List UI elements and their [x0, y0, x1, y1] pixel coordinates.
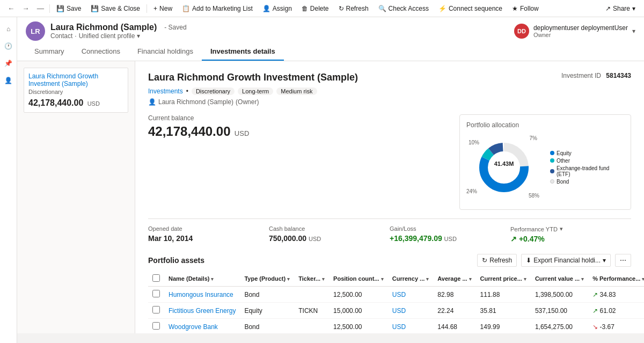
app-layout: ⌂ 🕐 📌 👤 LR Laura Richmond (Sample) - Sav…: [0, 17, 644, 343]
delete-button[interactable]: 🗑 Delete: [297, 3, 333, 14]
row-checkbox-1[interactable]: [152, 306, 160, 313]
nav-tabs: Summary Connections Financial holdings I…: [26, 43, 635, 61]
connect-sequence-button[interactable]: ⚡ Connect sequence: [434, 3, 507, 14]
chart-title: Portfolio allocation: [466, 121, 624, 129]
col-type[interactable]: Type (Product) ▾: [240, 271, 294, 287]
investment-owner: 👤 Laura Richmond (Sample) (Owner): [148, 98, 631, 106]
minimize-button[interactable]: —: [34, 2, 47, 14]
select-all-checkbox[interactable]: [152, 274, 160, 282]
header-user: DD deploymentuser deploymentUser Owner ▾: [514, 24, 635, 39]
performance-ytd-metric: Performance YTD ▾ ↗ +0.47%: [510, 225, 631, 243]
more-icon: ⋯: [620, 257, 626, 264]
investment-id-section: Investment ID 5814343: [561, 72, 631, 79]
cash-balance-metric: Cash balance 750,000.00 USD: [269, 225, 390, 243]
nav-pin-icon[interactable]: 📌: [1, 56, 16, 71]
tab-connections[interactable]: Connections: [73, 43, 129, 61]
mediumrisk-tag: Medium risk: [276, 87, 317, 95]
discretionary-tag: Discretionary: [192, 87, 235, 95]
col-position-count[interactable]: Position count... ▾: [329, 271, 388, 287]
tab-summary[interactable]: Summary: [26, 43, 73, 61]
equity-dot: [550, 151, 554, 155]
etf-dot: [550, 169, 554, 173]
balance-amount: 42,178,440.00: [148, 124, 230, 138]
down-arrow-icon: ↘: [592, 323, 598, 331]
select-all-header: [148, 271, 164, 287]
sidebar-amount: 42,178,440.00 USD: [28, 98, 123, 108]
follow-button[interactable]: ★ Follow: [508, 3, 543, 14]
tab-financial-holdings[interactable]: Financial holdings: [129, 43, 202, 61]
balance-amount-row: 42,178,440.00 USD: [148, 124, 438, 139]
cell-performance-1: ↗ 61.02: [588, 303, 644, 319]
col-current-value[interactable]: Current value ... ▾: [531, 271, 588, 287]
export-button[interactable]: ⬇ Export Financial holdi... ▾: [521, 254, 611, 267]
col-ticker[interactable]: Ticker... ▾: [294, 271, 329, 287]
save-close-icon: 💾: [91, 5, 99, 12]
col-average[interactable]: Average ... ▾: [433, 271, 475, 287]
export-icon: ⬇: [526, 257, 531, 264]
cell-performance-2: ↘ -3.67: [588, 319, 644, 334]
donut-with-labels: 7% 10% 24% 58%: [466, 133, 541, 203]
col-performance[interactable]: % Performance... ▾: [588, 271, 644, 287]
portfolio-tbody: Humongous Insurance Bond 12,500.00 USD 8…: [148, 287, 644, 334]
cell-position-count-2: 12,500.00: [329, 319, 388, 334]
saved-status: - Saved: [164, 24, 186, 31]
cell-currency-1: USD: [388, 303, 434, 319]
nav-person-icon[interactable]: 👤: [1, 73, 16, 88]
investments-link[interactable]: Investments: [148, 87, 183, 95]
row-checkbox-0[interactable]: [152, 290, 160, 297]
more-button[interactable]: ⋯: [615, 254, 631, 267]
bond-dot: [550, 179, 554, 184]
longterm-tag: Long-term: [238, 87, 273, 95]
back-button[interactable]: ←: [4, 2, 18, 14]
save-button[interactable]: 💾 Save: [52, 3, 85, 14]
main-content: Laura Richmond Growth Investment (Sample…: [17, 61, 644, 333]
toolbar-right: ↗ Share ▾: [601, 3, 640, 14]
row-checkbox-2[interactable]: [152, 322, 160, 330]
share-button[interactable]: ↗ Share ▾: [601, 3, 640, 14]
user-chevron-icon[interactable]: ▾: [632, 27, 635, 35]
cell-current-price-1: 35.81: [476, 303, 531, 319]
col-name[interactable]: Name (Details) ▾: [164, 271, 240, 287]
delete-icon: 🗑: [302, 5, 308, 12]
left-nav: ⌂ 🕐 📌 👤: [0, 17, 17, 343]
add-marketing-button[interactable]: 📋 Add to Marketing List: [178, 3, 257, 14]
chart-area: 7% 10% 24% 58%: [466, 133, 624, 203]
cell-ticker-2: [294, 319, 329, 334]
header-info: Laura Richmond (Sample) - Saved Contact …: [50, 23, 187, 40]
toolbar-divider-2: [147, 4, 147, 13]
col-current-price[interactable]: Current price... ▾: [476, 271, 531, 287]
nav-recent-icon[interactable]: 🕐: [1, 39, 16, 54]
check-access-button[interactable]: 🔍 Check Access: [374, 3, 433, 14]
refresh-button[interactable]: ↻ Refresh: [334, 3, 373, 14]
header-top: LR Laura Richmond (Sample) - Saved Conta…: [26, 21, 635, 41]
legend-equity: Equity: [550, 150, 624, 156]
cell-ticker-1: TICKN: [294, 303, 329, 319]
cell-type-1: Equity: [240, 303, 294, 319]
nav-home-icon[interactable]: ⌂: [1, 21, 16, 37]
cell-current-value-0: 1,398,500.00: [531, 287, 588, 303]
up-arrow-icon: ↗: [592, 307, 598, 315]
cell-average-1: 22.24: [433, 303, 475, 319]
forward-button[interactable]: →: [19, 2, 32, 14]
portfolio-refresh-button[interactable]: ↻ Refresh: [477, 254, 517, 267]
balance-section: Current balance 42,178,440.00 USD: [148, 114, 438, 139]
contact-header: LR Laura Richmond (Sample) - Saved Conta…: [17, 17, 644, 61]
col-name-caret: ▾: [211, 276, 214, 282]
table-header-row: Name (Details) ▾ Type (Product) ▾ Ticker…: [148, 271, 644, 287]
share-icon: ↗: [605, 5, 611, 12]
col-currency[interactable]: Currency ... ▾: [388, 271, 434, 287]
tab-investments-details[interactable]: Investments details: [202, 43, 284, 61]
contact-avatar: LR: [26, 21, 45, 41]
sidebar-investment-item[interactable]: Laura Richmond Growth Investment (Sample…: [24, 68, 128, 113]
owner-name[interactable]: Laura Richmond (Sample): [158, 98, 233, 106]
percent-24-label: 24%: [466, 188, 477, 194]
contact-name: Laura Richmond (Sample): [50, 23, 157, 32]
assign-button[interactable]: 👤 Assign: [258, 3, 296, 14]
cell-performance-0: ↗ 34.83: [588, 287, 644, 303]
save-close-button[interactable]: 💾 Save & Close: [86, 3, 144, 14]
performance-chevron-icon[interactable]: ▾: [560, 225, 563, 232]
new-button[interactable]: + New: [149, 3, 177, 14]
save-icon: 💾: [56, 5, 64, 12]
connect-sequence-icon: ⚡: [438, 5, 447, 12]
portfolio-refresh-icon: ↻: [482, 257, 487, 264]
